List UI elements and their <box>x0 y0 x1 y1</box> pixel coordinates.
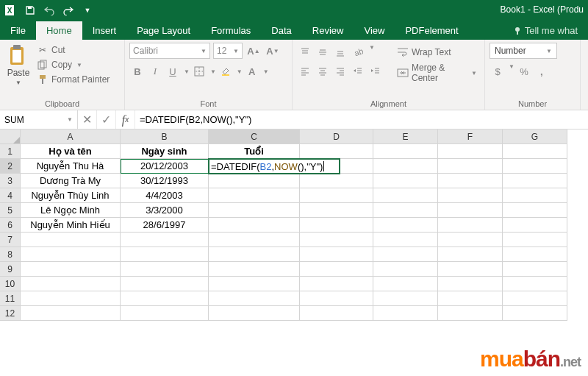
row-header-4[interactable]: 4 <box>0 188 21 203</box>
cell-E1[interactable] <box>373 144 438 159</box>
align-top-button[interactable] <box>297 44 313 60</box>
align-center-button[interactable] <box>315 63 331 79</box>
cut-button[interactable]: ✂Cut <box>37 44 110 56</box>
fill-color-button[interactable] <box>218 63 234 79</box>
cell-D4[interactable] <box>300 188 373 203</box>
tab-insert[interactable]: Insert <box>82 21 127 40</box>
cell-B4[interactable]: 4/4/2003 <box>121 188 209 203</box>
cancel-formula-button[interactable]: ✕ <box>78 110 97 129</box>
cell-B9[interactable] <box>121 262 209 277</box>
underline-button[interactable]: U <box>165 63 181 79</box>
cell-G12[interactable] <box>503 306 567 321</box>
cell-A12[interactable] <box>21 306 121 321</box>
row-header-7[interactable]: 7 <box>0 233 21 247</box>
cell-F1[interactable] <box>438 144 503 159</box>
tab-file[interactable]: File <box>0 21 36 40</box>
cell-G6[interactable] <box>503 218 567 233</box>
cell-B5[interactable]: 3/3/2000 <box>121 203 209 218</box>
tab-home[interactable]: Home <box>36 21 82 40</box>
tab-data[interactable]: Data <box>261 21 301 40</box>
cell-G11[interactable] <box>503 291 567 306</box>
cell-G4[interactable] <box>503 188 567 203</box>
cell-D6[interactable] <box>300 218 373 233</box>
cell-D12[interactable] <box>300 306 373 321</box>
cell-C3[interactable] <box>209 174 300 188</box>
row-header-5[interactable]: 5 <box>0 203 21 218</box>
tell-me[interactable]: Tell me what <box>503 21 588 40</box>
insert-function-button[interactable]: fx <box>116 110 135 129</box>
shrink-font-button[interactable]: A▼ <box>265 43 281 59</box>
cell-E2[interactable] <box>373 159 438 174</box>
tab-pdfelement[interactable]: PDFelement <box>395 21 468 40</box>
italic-button[interactable]: I <box>147 63 163 79</box>
cell-A5[interactable]: Lê Ngọc Minh <box>21 203 121 218</box>
cell-C6[interactable] <box>209 218 300 233</box>
cell-F10[interactable] <box>438 277 503 291</box>
cell-A7[interactable] <box>21 233 121 247</box>
cell-A9[interactable] <box>21 262 121 277</box>
align-left-button[interactable] <box>297 63 313 79</box>
row-header-1[interactable]: 1 <box>0 144 21 159</box>
cell-F3[interactable] <box>438 174 503 188</box>
cell-D11[interactable] <box>300 291 373 306</box>
cell-F9[interactable] <box>438 262 503 277</box>
decrease-indent-button[interactable] <box>350 63 366 79</box>
cell-D8[interactable] <box>300 247 373 262</box>
cell-E7[interactable] <box>373 233 438 247</box>
cell-A6[interactable]: Nguyễn Minh Hiếu <box>21 218 121 233</box>
row-header-11[interactable]: 11 <box>0 291 21 306</box>
cell-C12[interactable] <box>209 306 300 321</box>
name-box[interactable]: SUM▼ <box>0 110 78 129</box>
paste-button[interactable]: Paste ▼ <box>4 43 32 86</box>
cell-E9[interactable] <box>373 262 438 277</box>
cell-F7[interactable] <box>438 233 503 247</box>
cell-G5[interactable] <box>503 203 567 218</box>
cell-D10[interactable] <box>300 277 373 291</box>
align-middle-button[interactable] <box>315 44 331 60</box>
col-header-F[interactable]: F <box>438 130 503 144</box>
cell-E10[interactable] <box>373 277 438 291</box>
orientation-button[interactable]: ab <box>350 44 366 60</box>
col-header-C[interactable]: C <box>209 130 300 144</box>
comma-format-button[interactable]: , <box>534 63 550 79</box>
cell-D7[interactable] <box>300 233 373 247</box>
col-header-B[interactable]: B <box>121 130 209 144</box>
cell-C2[interactable]: =DATEDIF(B2,NOW(),"Y") <box>209 159 300 174</box>
cell-B8[interactable] <box>121 247 209 262</box>
cell-C5[interactable] <box>209 203 300 218</box>
accounting-format-button[interactable]: $ <box>490 63 506 79</box>
cell-F12[interactable] <box>438 306 503 321</box>
cell-C1[interactable]: Tuổi <box>209 144 300 159</box>
col-header-G[interactable]: G <box>503 130 567 144</box>
cell-A1[interactable]: Họ và tên <box>21 144 121 159</box>
tab-review[interactable]: Review <box>302 21 354 40</box>
tab-page-layout[interactable]: Page Layout <box>126 21 201 40</box>
cell-C8[interactable] <box>209 247 300 262</box>
font-color-button[interactable]: A <box>244 63 260 79</box>
cell-C11[interactable] <box>209 291 300 306</box>
formula-input[interactable]: =DATEDIF(B2,NOW(),"Y") <box>135 110 588 129</box>
cell-D1[interactable] <box>300 144 373 159</box>
format-painter-button[interactable]: Format Painter <box>37 74 110 85</box>
cell-F11[interactable] <box>438 291 503 306</box>
row-header-10[interactable]: 10 <box>0 277 21 291</box>
col-header-E[interactable]: E <box>373 130 438 144</box>
save-icon[interactable] <box>22 2 38 18</box>
cell-B11[interactable] <box>121 291 209 306</box>
tab-formulas[interactable]: Formulas <box>201 21 261 40</box>
increase-indent-button[interactable] <box>368 63 384 79</box>
font-name-select[interactable]: Calibri▼ <box>129 43 210 59</box>
redo-icon[interactable] <box>60 2 76 18</box>
align-right-button[interactable] <box>332 63 348 79</box>
cell-B10[interactable] <box>121 277 209 291</box>
cell-G3[interactable] <box>503 174 567 188</box>
qat-customize-icon[interactable]: ▼ <box>79 2 96 18</box>
cell-E12[interactable] <box>373 306 438 321</box>
cell-G7[interactable] <box>503 233 567 247</box>
row-header-3[interactable]: 3 <box>0 174 21 188</box>
row-header-2[interactable]: 2 <box>0 159 21 174</box>
undo-icon[interactable] <box>41 2 57 18</box>
cell-E3[interactable] <box>373 174 438 188</box>
cell-B2[interactable]: 20/12/2003 <box>121 159 209 174</box>
bold-button[interactable]: B <box>129 63 146 79</box>
